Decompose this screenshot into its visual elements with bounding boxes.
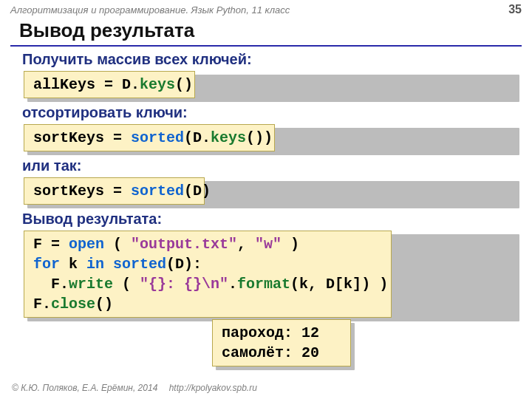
slide-footer: © К.Ю. Поляков, Е.А. Ерёмин, 2014 http:/… xyxy=(12,383,257,393)
label-or-so: или так: xyxy=(22,157,516,174)
codebox-allkeys: allKeys = D.keys() xyxy=(24,71,516,98)
course-title: Алгоритмизация и программирование. Язык … xyxy=(10,4,290,16)
slide-content: Получить массив всех ключей: allKeys = D… xyxy=(0,51,532,318)
footer-author: © К.Ю. Поляков, Е.А. Ерёмин, 2014 xyxy=(12,383,157,393)
codebox-fileout: F = open ( "output.txt", "w" ) for k in … xyxy=(24,231,516,318)
codebox-sortkeys2: sortKeys = sorted(D) xyxy=(24,177,516,205)
codebox-output: пароход: 12 самолёт: 20 xyxy=(212,319,351,366)
label-output: Вывод результата: xyxy=(22,211,516,228)
code-sortkeys1: sortKeys = sorted(D.keys()) xyxy=(24,124,275,151)
label-sort-keys: отсортировать ключи: xyxy=(22,104,516,121)
slide-title: Вывод результата xyxy=(0,18,532,44)
code-output: пароход: 12 самолёт: 20 xyxy=(212,319,351,366)
page-number: 35 xyxy=(508,3,522,16)
code-allkeys: allKeys = D.keys() xyxy=(24,71,195,98)
code-sortkeys2: sortKeys = sorted(D) xyxy=(24,177,205,205)
footer-url: http://kpolyakov.spb.ru xyxy=(169,383,257,393)
codebox-sortkeys1: sortKeys = sorted(D.keys()) xyxy=(24,124,516,151)
code-fileout: F = open ( "output.txt", "w" ) for k in … xyxy=(24,231,392,318)
title-rule xyxy=(10,45,522,47)
label-get-keys: Получить массив всех ключей: xyxy=(22,51,516,68)
slide-header: Алгоритмизация и программирование. Язык … xyxy=(0,0,532,18)
